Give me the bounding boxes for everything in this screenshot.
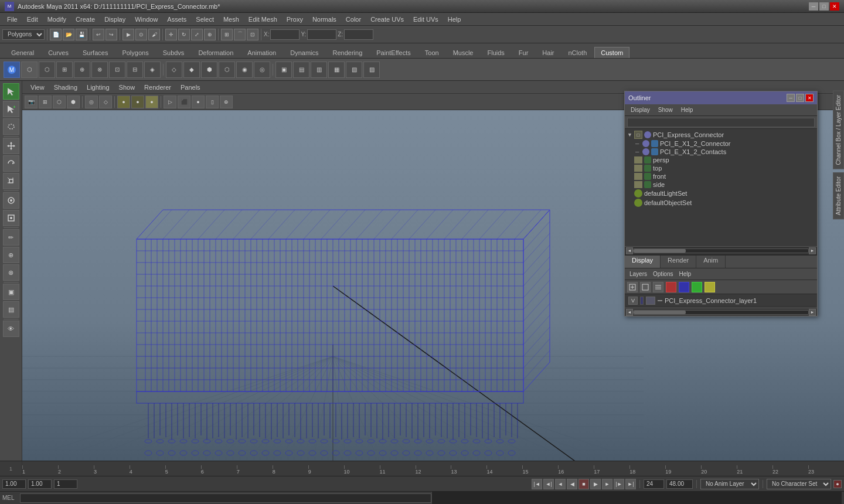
expand-icon[interactable]: ▼ xyxy=(627,132,634,138)
save-btn[interactable]: 💾 xyxy=(76,29,87,40)
vp-renderer-menu[interactable]: Renderer xyxy=(141,83,175,92)
layer-scroll-left[interactable]: ◄ xyxy=(626,309,633,316)
open-btn[interactable]: 📂 xyxy=(63,29,74,40)
curve-tool-btn[interactable]: ✏ xyxy=(3,229,19,246)
vp-camera-btn[interactable]: 📷 xyxy=(25,96,38,108)
layer-scroll-thumb[interactable] xyxy=(634,311,686,314)
shelf-tab-fur[interactable]: Fur xyxy=(512,47,535,58)
shelf-tab-fluids[interactable]: Fluids xyxy=(481,47,511,58)
shelf-btn-12[interactable]: ⬡ xyxy=(219,62,235,78)
outliner-help-menu[interactable]: Help xyxy=(678,105,697,114)
shelf-tab-curves[interactable]: Curves xyxy=(42,47,75,58)
vp-cube-btn[interactable]: ⬛ xyxy=(178,96,190,108)
tree-item-persp[interactable]: persp xyxy=(626,156,816,164)
shelf-tab-ncloth[interactable]: nCloth xyxy=(562,47,594,58)
paint-weights-btn[interactable]: ⊗ xyxy=(3,264,19,281)
shelf-btn-15[interactable]: ▣ xyxy=(275,62,292,78)
vp-shading-menu[interactable]: Shading xyxy=(50,83,81,92)
select-tool-btn[interactable] xyxy=(3,83,19,100)
anim-layer-dropdown[interactable]: No Anim Layer xyxy=(700,479,759,489)
shelf-btn-18[interactable]: ▦ xyxy=(328,62,345,78)
mode-dropdown[interactable]: Polygons xyxy=(2,29,45,40)
scale-tool-btn[interactable] xyxy=(3,173,19,189)
render-btn[interactable]: ▣ xyxy=(3,284,19,300)
ipr-btn[interactable]: ▤ xyxy=(3,301,19,318)
shelf-btn-2[interactable]: ⬡ xyxy=(39,62,55,78)
auto-key-btn[interactable]: ● xyxy=(833,480,842,488)
snap-grid-btn[interactable]: ⊞ xyxy=(221,29,233,40)
layer-tab-display[interactable]: Display xyxy=(625,256,661,268)
char-set-dropdown[interactable]: No Character Set xyxy=(767,479,831,489)
layer-row-1[interactable]: V PCI_Express_Connector_layer1 xyxy=(626,295,816,307)
rotate-btn[interactable]: ↻ xyxy=(178,29,190,40)
menu-item-file[interactable]: File xyxy=(2,15,22,24)
next-key-btn[interactable]: |► xyxy=(614,479,624,489)
last-tool-btn[interactable]: ⊕ xyxy=(204,29,216,40)
shelf-btn-19[interactable]: ▧ xyxy=(346,62,362,78)
vp-grid-btn[interactable]: ⊞ xyxy=(39,96,52,108)
snap-curve-btn[interactable]: ⌒ xyxy=(234,29,246,40)
layer-ref-icon[interactable] xyxy=(640,297,644,305)
shelf-btn-3[interactable]: ⊞ xyxy=(56,62,73,78)
select-plus-btn[interactable]: + xyxy=(3,101,19,117)
stop-btn[interactable]: ■ xyxy=(578,479,589,489)
menu-item-edit-mesh[interactable]: Edit Mesh xyxy=(244,15,282,24)
vp-wireframe-btn[interactable]: ⬡ xyxy=(53,96,66,108)
menu-item-proxy[interactable]: Proxy xyxy=(282,15,308,24)
play-back-btn[interactable]: ◀ xyxy=(567,479,577,489)
layer-options-btn[interactable] xyxy=(653,282,663,292)
outliner-close-btn[interactable]: ✕ xyxy=(805,94,814,102)
layer-color-red[interactable] xyxy=(666,282,676,292)
next-frame-btn[interactable]: ► xyxy=(602,479,612,489)
frame-field[interactable] xyxy=(54,479,77,489)
vp-light2-btn[interactable]: ● xyxy=(131,96,144,108)
scroll-right-btn[interactable]: ► xyxy=(809,247,816,254)
tree-item-front[interactable]: front xyxy=(626,172,816,181)
shelf-tab-muscle[interactable]: Muscle xyxy=(447,47,480,58)
layer-color-yellow[interactable] xyxy=(705,282,715,292)
vp-panels-menu[interactable]: Panels xyxy=(177,83,204,92)
shelf-tab-subdvs[interactable]: Subdvs xyxy=(156,47,191,58)
shelf-btn-20[interactable]: ▨ xyxy=(363,62,380,78)
timeline-ruler[interactable]: 123456789101112131415161718192021222324 xyxy=(22,461,844,476)
layer-vis-v[interactable]: V xyxy=(628,297,638,305)
shelf-btn-11[interactable]: ⬢ xyxy=(201,62,217,78)
layer-help-menu[interactable]: Help xyxy=(676,270,693,278)
layer-new-btn[interactable] xyxy=(627,282,638,292)
layer-h-scrollbar[interactable]: ◄ ► xyxy=(625,308,817,316)
move-tool-btn[interactable] xyxy=(3,138,19,154)
menu-item-assets[interactable]: Assets xyxy=(162,15,191,24)
mel-label[interactable]: MEL xyxy=(2,495,20,501)
outliner-display-menu[interactable]: Display xyxy=(627,105,654,114)
tree-item-default-lightset[interactable]: defaultLightSet xyxy=(626,189,816,198)
select-mode-btn[interactable]: ▶ xyxy=(122,29,134,40)
show-hide-btn[interactable]: 👁 xyxy=(3,321,19,337)
time-end-field[interactable] xyxy=(666,479,693,489)
z-input[interactable] xyxy=(344,29,373,40)
move-btn[interactable]: ✛ xyxy=(165,29,177,40)
shelf-tab-toon[interactable]: Toon xyxy=(418,47,445,58)
shelf-tab-animation[interactable]: Animation xyxy=(241,47,283,58)
menu-item-normals[interactable]: Normals xyxy=(308,15,341,24)
menu-item-modify[interactable]: Modify xyxy=(43,15,71,24)
outliner-restore-btn[interactable]: □ xyxy=(796,94,804,102)
layer-scroll-track[interactable] xyxy=(633,310,809,315)
layer-delete-btn[interactable] xyxy=(640,282,651,292)
shelf-btn-1[interactable]: ⬡ xyxy=(21,62,38,78)
menu-item-edit[interactable]: Edit xyxy=(22,15,43,24)
sculpt-btn[interactable]: ⊕ xyxy=(3,247,19,263)
layer-color-green[interactable] xyxy=(692,282,702,292)
shelf-btn-10[interactable]: ◆ xyxy=(183,62,200,78)
menu-item-color[interactable]: Color xyxy=(341,15,366,24)
channel-box-tab[interactable]: Channel Box / Layer Editor xyxy=(833,91,844,169)
vp-sphere-btn[interactable]: ● xyxy=(192,96,205,108)
layer-tab-render[interactable]: Render xyxy=(661,256,696,268)
prev-frame-btn[interactable]: ◄ xyxy=(555,479,566,489)
menu-item-edit-uvs[interactable]: Edit UVs xyxy=(409,15,443,24)
vp-show-menu[interactable]: Show xyxy=(115,83,139,92)
shelf-btn-16[interactable]: ▤ xyxy=(293,62,309,78)
shelf-btn-8[interactable]: ◈ xyxy=(144,62,161,78)
layer-color-swatch[interactable] xyxy=(646,297,655,305)
shelf-btn-13[interactable]: ◉ xyxy=(236,62,253,78)
minimize-button[interactable]: ─ xyxy=(809,2,818,11)
